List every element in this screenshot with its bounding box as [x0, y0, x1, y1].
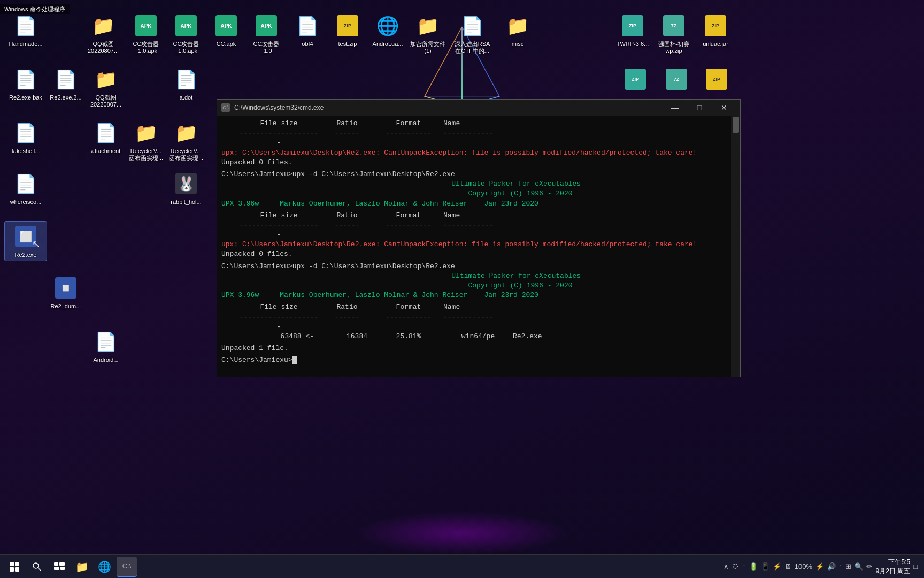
desktop-icon-qq2[interactable]: 📁 QQ截图20220807...	[84, 64, 127, 110]
cmd-close-button[interactable]: ✕	[712, 100, 736, 116]
unpacked-1: Unpacked 1 file.	[221, 344, 736, 353]
desktop-icon-zip1[interactable]: ZIP	[614, 64, 657, 96]
start-button[interactable]	[4, 557, 25, 577]
desktop-icon-jiami[interactable]: 📁 加密所需文件(1)	[406, 11, 449, 57]
system-tray: ∧ 🛡 ↑ 🔋 📱 ⚡ 🖥 100% ⚡ 🔊 ↑ ⊞ 🔍 ✏	[723, 562, 872, 571]
desktop-icon-fakeshell[interactable]: 📄 fakeshell...	[4, 118, 47, 157]
cmd-icon: C:\	[221, 103, 230, 112]
svg-rect-9	[15, 567, 19, 572]
taskbar-right: ∧ 🛡 ↑ 🔋 📱 ⚡ 🖥 100% ⚡ 🔊 ↑ ⊞ 🔍 ✏ 下午5:5 9月2…	[723, 558, 924, 576]
table-sep-1: -------------------- ------ ----------- …	[221, 128, 736, 148]
desktop-icon-unluac[interactable]: ZIP unluac.jar	[694, 11, 737, 50]
table-header-1: File size Ratio Format Name	[221, 119, 736, 128]
banner-title-2: Ultimate Packer for eXecutables	[221, 271, 736, 281]
clock-time: 下午5:5	[875, 558, 910, 567]
desktop-icon-misc[interactable]: 📁 misc	[496, 11, 539, 50]
cmd-maximize-button[interactable]: □	[688, 100, 711, 116]
tray-pencil: ✏	[866, 562, 872, 571]
desktop: Windows 命令处理程序	[0, 0, 924, 578]
unpacked-0-2: Unpacked 0 files.	[221, 249, 736, 259]
cmd-title: C:\Windows\system32\cmd.exe	[234, 104, 663, 111]
taskbar-left: 📁 🌐 C:\	[0, 557, 137, 577]
tray-phone: 📱	[761, 562, 769, 571]
command-1: C:\Users\Jamiexu>upx -d C:\Users\Jamiexu…	[221, 170, 736, 179]
clock-date: 9月2日 周五	[875, 567, 910, 576]
svg-line-11	[38, 568, 41, 571]
tray-bluetooth: ⚡	[773, 562, 781, 571]
notification-area[interactable]: □	[913, 562, 918, 571]
desktop-icon-apk2[interactable]: APK CC攻击器_1.0.apk	[165, 11, 207, 57]
banner-version-2: UPX 3.96w Markus Oberhumer, Laszlo Molna…	[221, 291, 736, 300]
desktop-icon-recycler1[interactable]: 📁 RecyclerV...函布函实现...	[125, 118, 167, 164]
desktop-icon-adot[interactable]: 📄 a.dot	[165, 64, 207, 103]
cmd-scrollbar[interactable]	[732, 116, 740, 377]
svg-rect-13	[59, 562, 65, 566]
desktop-icon-re2bak[interactable]: 📄 Re2.exe.bak	[4, 64, 47, 103]
desktop-icon-rsactf[interactable]: 📄 深入进出RSA在CTF中的...	[451, 11, 494, 57]
desktop-icon-ccapk[interactable]: APK CC.apk	[205, 11, 248, 50]
error-1: upx: C:\Users\Jamiexu\Desktop\Re2.exe: C…	[221, 148, 736, 158]
desktop-icon-recycler2[interactable]: 📁 RecyclerV...函布函实现...	[165, 118, 207, 164]
cmd-minimize-button[interactable]: —	[663, 100, 687, 116]
desktop-icon-testzip[interactable]: ZIP test.zip	[326, 11, 369, 50]
tray-search2[interactable]: 🔍	[854, 562, 863, 571]
svg-rect-8	[10, 567, 14, 572]
tray-arrow-up[interactable]: ∧	[723, 562, 729, 571]
desktop-icon-re2exe2[interactable]: 📄 Re2.exe.2...	[44, 64, 87, 103]
file-explorer-taskbar[interactable]: 📁	[72, 557, 92, 577]
tray-upload: ↑	[742, 562, 746, 571]
svg-point-10	[33, 563, 38, 568]
desktop-icon-7z1[interactable]: 7Z	[655, 64, 698, 96]
desktop-icon-attachment[interactable]: 📄 attachment	[84, 118, 127, 157]
desktop-icon-apk1[interactable]: APK CC攻击器_1.0.apk	[125, 11, 167, 57]
command-2: C:\Users\Jamiexu>upx -d C:\Users\Jamiexu…	[221, 262, 736, 271]
svg-rect-7	[15, 562, 19, 566]
desktop-icon-handmade[interactable]: 📄 Handmade...	[4, 11, 47, 50]
table-sep-3: -------------------- ------ ----------- …	[221, 313, 736, 332]
desktop-icon-re2exe[interactable]: ⬜ Re2.exe	[4, 221, 47, 261]
tray-volume: 🔊	[827, 562, 836, 571]
desktop-icon-qq1[interactable]: 📁 QQ截图20220807...	[82, 11, 125, 57]
table-sep-2: -------------------- ------ ----------- …	[221, 220, 736, 240]
search-taskbar-button[interactable]	[27, 557, 47, 577]
table-header-3: File size Ratio Format Name	[221, 302, 736, 312]
desktop-icon-obf4[interactable]: 📄 obf4	[286, 11, 329, 50]
cursor-blink	[292, 356, 297, 364]
desktop-icon-rabbit[interactable]: 🐰 rabbit_hol...	[165, 169, 207, 208]
table-data-row: 63488 <- 16384 25.81% win64/pe Re2.exe	[221, 332, 736, 341]
desktop-icon-re2dum[interactable]: ⬜ Re2_dum...	[44, 273, 87, 312]
desktop-icon-zip2[interactable]: ZIP	[695, 64, 738, 96]
tray-battery-icon: 🔋	[749, 562, 758, 571]
cmd-content[interactable]: File size Ratio Format Name ------------…	[217, 116, 740, 377]
windows-title: Windows 命令处理程序	[0, 4, 70, 14]
unpacked-0-1: Unpacked 0 files.	[221, 158, 736, 168]
desktop-icon-guanjun[interactable]: 7Z 强国杯-初赛wp.zip	[652, 11, 695, 57]
banner-version-1: UPX 3.96w Markus Oberhumer, Laszlo Molna…	[221, 199, 736, 209]
desktop-icon-twrp[interactable]: ZIP TWRP-3.6...	[611, 11, 654, 50]
table-header-2: File size Ratio Format Name	[221, 211, 736, 220]
banner-copy-1: Copyright (C) 1996 - 2020	[221, 189, 736, 199]
banner-title-1: Ultimate Packer for eXecutables	[221, 179, 736, 189]
tray-desktop: 🖥	[784, 562, 791, 571]
desktop-icon-androlua[interactable]: 🌐 AndroLua...	[366, 11, 409, 50]
cmd-prompt: C:\Users\Jamiexu>	[221, 355, 736, 365]
cmd-titlebar[interactable]: C:\ C:\Windows\system32\cmd.exe — □ ✕	[217, 100, 740, 116]
desktop-icon-whereisco[interactable]: 📄 whereisco...	[4, 169, 47, 208]
cmd-taskbar-active[interactable]: C:\	[117, 557, 137, 577]
tray-apps: ⊞	[845, 562, 851, 571]
svg-rect-15	[60, 567, 65, 570]
svg-rect-12	[54, 562, 58, 566]
tray-arrow-up2[interactable]: ↑	[839, 562, 843, 571]
desktop-icon-android[interactable]: 📄 Android...	[84, 326, 127, 366]
taskview-button[interactable]	[49, 557, 70, 577]
cmd-window-buttons: — □ ✕	[663, 100, 736, 116]
desktop-icon-cc3[interactable]: APK CC攻击器_1.0	[245, 11, 288, 57]
mouse-cursor: ↖	[32, 238, 40, 250]
taskbar: 📁 🌐 C:\ ∧ 🛡 ↑ 🔋 📱 ⚡ 🖥 100% ⚡	[0, 554, 924, 578]
tray-shield: 🛡	[732, 562, 739, 571]
cmd-window: C:\ C:\Windows\system32\cmd.exe — □ ✕ Fi…	[217, 99, 741, 377]
banner-copy-2: Copyright (C) 1996 - 2020	[221, 281, 736, 291]
clock-display[interactable]: 下午5:5 9月2日 周五	[875, 558, 910, 576]
chrome-taskbar[interactable]: 🌐	[94, 557, 114, 577]
tray-power: ⚡	[815, 562, 824, 571]
